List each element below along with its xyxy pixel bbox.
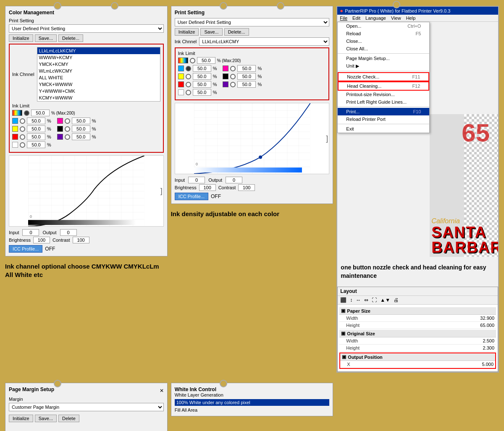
toolbar-icon-2[interactable]: ↕ xyxy=(349,297,353,303)
red-input-2[interactable] xyxy=(193,81,211,88)
menu-reload[interactable]: Reload F5 xyxy=(338,30,429,37)
delete-btn-2[interactable]: Delete... xyxy=(224,28,249,36)
ink-input-multi-1[interactable] xyxy=(31,110,50,116)
menu-nozzle-check[interactable]: Nozzle Check... F11 xyxy=(338,72,429,81)
menu-open[interactable]: Open... Ctrl+O xyxy=(338,22,429,30)
radio-multicolor-1[interactable] xyxy=(24,110,29,116)
icc-profile-btn-1[interactable]: ICC Profile... xyxy=(9,245,42,253)
menu-guide-lines[interactable]: Print Left Right Guide Lines... xyxy=(338,98,429,106)
menu-file[interactable]: File xyxy=(340,16,347,21)
initialize-btn-bottom[interactable]: Initialize xyxy=(9,415,33,422)
contrast-val-1[interactable] xyxy=(73,237,89,243)
menu-reload-port[interactable]: Reload Printer Port xyxy=(338,115,429,123)
purple-input-2[interactable] xyxy=(237,81,256,88)
ring-hole-left xyxy=(54,2,61,10)
magenta-input-2[interactable] xyxy=(237,65,256,72)
ink-channel-item-kcmy[interactable]: KCMY+WWWW xyxy=(37,94,160,101)
toolbar-icon-6[interactable]: ▲▼ xyxy=(379,297,391,303)
radio-red-1[interactable] xyxy=(20,134,25,140)
black-input-2[interactable] xyxy=(237,73,256,80)
toolbar-icon-3[interactable]: ↔ xyxy=(355,297,362,303)
menu-exit[interactable]: Exit xyxy=(338,125,429,133)
output-val-1[interactable] xyxy=(60,229,77,236)
customer-page-margin-select[interactable]: Customer Page Margin xyxy=(9,403,164,411)
user-defined-select-2[interactable]: User Defined Print Setting xyxy=(175,18,330,26)
toolbar-icon-4[interactable]: ⇔ xyxy=(363,297,369,303)
close-btn-margin[interactable]: ✕ xyxy=(160,388,164,394)
menu-language[interactable]: Language xyxy=(365,16,386,21)
pos-x-label: X xyxy=(347,362,460,367)
toolbar-icon-7[interactable]: 🖨 xyxy=(393,297,399,303)
menu-edit[interactable]: Edit xyxy=(352,16,360,21)
yellow-input-2[interactable] xyxy=(193,73,211,80)
initialize-btn-1[interactable]: Initialize xyxy=(9,34,33,42)
menu-view[interactable]: View xyxy=(391,16,401,21)
save-btn-2[interactable]: Save... xyxy=(200,28,222,36)
brightness-val-1[interactable] xyxy=(33,237,50,243)
cyan-input-2[interactable] xyxy=(193,65,211,72)
menu-close-all[interactable]: Close All... xyxy=(338,45,429,52)
user-defined-select-1[interactable]: User Defined Print Setting xyxy=(9,24,164,33)
layout-toolbar[interactable]: ⬛ ↕ ↔ ⇔ ⛶ ▲▼ 🖨 xyxy=(338,296,498,305)
menu-print[interactable]: Print... F10 xyxy=(338,108,429,115)
ink-limit-label-1: Ink Limit xyxy=(12,103,160,108)
ink-channel-item-wwww[interactable]: WWWW+KCMY xyxy=(37,54,160,61)
toolbar-icon-1[interactable]: ⬛ xyxy=(339,297,347,303)
menu-help[interactable]: Help xyxy=(406,16,416,21)
radio-magenta-2[interactable] xyxy=(230,66,236,71)
radio-white-1[interactable] xyxy=(20,142,25,148)
collapse-icon-paper[interactable]: ▣ xyxy=(341,308,345,313)
radio-red-2[interactable] xyxy=(186,82,191,87)
radio-black-2[interactable] xyxy=(230,74,236,79)
purple-input-1[interactable] xyxy=(72,133,90,140)
black-input-1[interactable] xyxy=(72,125,90,132)
radio-yellow-1[interactable] xyxy=(20,126,25,132)
radio-magenta-1[interactable] xyxy=(65,118,70,124)
bottom-panels: Page Margin Setup ✕ Margin Customer Page… xyxy=(0,381,504,431)
input-val-2[interactable] xyxy=(188,177,205,183)
collapse-icon-output[interactable]: ▣ xyxy=(342,354,346,360)
save-btn-bottom[interactable]: Save... xyxy=(35,415,57,422)
contrast-val-2[interactable] xyxy=(238,184,255,191)
ink-channel-item-y[interactable]: Y+WWWW+CMK xyxy=(37,88,160,94)
radio-purple-1[interactable] xyxy=(65,134,70,140)
radio-black-1[interactable] xyxy=(65,126,70,132)
radio-cyan-1[interactable] xyxy=(20,118,25,124)
ink-channel-selected-1[interactable]: LLkLmLcLkKCMY xyxy=(37,47,160,54)
brightness-val-2[interactable] xyxy=(199,184,216,191)
cyan-input-1[interactable] xyxy=(27,118,45,124)
radio-multicolor-2[interactable] xyxy=(190,58,195,63)
print-setting-panel: Print Setting User Defined Print Setting… xyxy=(171,6,333,204)
menu-page-margin[interactable]: Page Margin Setup... xyxy=(338,55,429,62)
white-input-2[interactable] xyxy=(193,89,211,96)
input-val-1[interactable] xyxy=(22,229,39,236)
ink-channel-select-2[interactable]: LLkLmLcLkKCMY xyxy=(199,37,329,46)
menu-printout-size[interactable]: Printout-size Revision... xyxy=(338,91,429,98)
save-btn-1[interactable]: Save... xyxy=(35,34,57,42)
radio-white-2[interactable] xyxy=(186,90,191,95)
ink-channel-item-wlm[interactable]: WLmLcWKCMY xyxy=(37,68,160,74)
delete-btn-1[interactable]: Delete... xyxy=(58,34,83,42)
magenta-input-1[interactable] xyxy=(72,118,90,124)
white-100-option[interactable]: 100% White under any colored pixel xyxy=(175,399,330,406)
white-input-1[interactable] xyxy=(27,141,45,148)
icc-profile-btn-2[interactable]: ICC Profile... xyxy=(175,193,208,200)
ink-channel-item-allwhite[interactable]: ALL WHITE xyxy=(37,74,160,81)
ink-channel-dropdown-1[interactable]: LLkLmLcLkKCMY WWWW+KCMY YMCK+KCMY WLmLcW… xyxy=(37,47,160,102)
menu-close[interactable]: Close... xyxy=(338,37,429,45)
ink-input-multi-2[interactable] xyxy=(197,57,215,64)
delete-btn-bottom[interactable]: Delete xyxy=(58,415,79,422)
output-val-2[interactable] xyxy=(226,177,242,183)
menu-unit[interactable]: Unit ▶ xyxy=(338,62,429,70)
radio-cyan-2[interactable] xyxy=(186,66,191,71)
ink-channel-item-ymck[interactable]: YMCK+KCMY xyxy=(37,61,160,68)
menu-head-cleaning[interactable]: Head Cleaning... F12 xyxy=(338,81,429,91)
toolbar-icon-5[interactable]: ⛶ xyxy=(371,297,378,303)
radio-yellow-2[interactable] xyxy=(186,74,191,79)
collapse-icon-orig[interactable]: ▣ xyxy=(341,331,345,336)
red-input-1[interactable] xyxy=(27,133,45,140)
ink-channel-item-ymck2[interactable]: YMCK+WWWW xyxy=(37,81,160,88)
initialize-btn-2[interactable]: Initialize xyxy=(175,28,199,36)
yellow-input-1[interactable] xyxy=(27,125,45,132)
radio-purple-2[interactable] xyxy=(230,82,236,87)
